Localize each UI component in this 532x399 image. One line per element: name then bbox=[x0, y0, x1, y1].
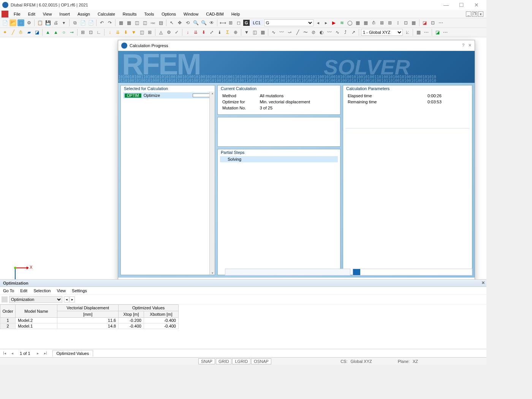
release-icon[interactable]: ⊸ bbox=[68, 29, 75, 36]
cursor-icon[interactable]: ↖ bbox=[168, 19, 175, 26]
dim-icon[interactable]: ⟷ bbox=[219, 19, 226, 26]
panel-menu-edit[interactable]: Edit bbox=[20, 288, 27, 293]
result6-icon[interactable]: ⟟ bbox=[394, 19, 401, 26]
doc-icon[interactable]: 📄 bbox=[87, 19, 94, 26]
load5-icon[interactable]: ◫ bbox=[138, 29, 145, 36]
load4-icon[interactable]: ▼ bbox=[130, 29, 137, 36]
menu-insert[interactable]: Insert bbox=[55, 11, 74, 17]
ortho-icon[interactable]: ∟ bbox=[95, 29, 102, 36]
panel-icon[interactable]: ◫ bbox=[133, 19, 140, 26]
table-row[interactable]: 2 Model.1 14.8 -0.400 -0.400 bbox=[0, 323, 179, 329]
cs-icon[interactable]: ⟀ bbox=[404, 29, 411, 36]
result8-icon[interactable]: ▦ bbox=[410, 19, 417, 26]
gen-icon[interactable]: ⚙ bbox=[165, 29, 172, 36]
node-icon[interactable]: ✦ bbox=[2, 29, 8, 36]
menu-help[interactable]: Help bbox=[228, 11, 244, 17]
minimize-button[interactable]: — bbox=[439, 0, 454, 10]
menu-window[interactable]: Window bbox=[180, 11, 202, 17]
new-icon[interactable]: 📄 bbox=[2, 19, 8, 26]
menu-file[interactable]: File bbox=[10, 11, 24, 17]
paste-icon[interactable]: 📄 bbox=[79, 19, 86, 26]
tab-optimized-values[interactable]: Optimized Values bbox=[52, 350, 93, 356]
menu-cadbim[interactable]: CAD-BIM bbox=[202, 11, 227, 17]
r1-icon[interactable]: ∿ bbox=[270, 29, 277, 36]
box-icon[interactable]: ⊡ bbox=[429, 19, 436, 26]
load3-icon[interactable]: ⬇ bbox=[122, 29, 129, 36]
table-row[interactable]: 1 Model.2 11.6 -0.200 -0.400 bbox=[0, 318, 179, 323]
load6-icon[interactable]: ⊞ bbox=[146, 29, 153, 36]
menu-edit[interactable]: Edit bbox=[24, 11, 39, 17]
panel-menu-view[interactable]: View bbox=[57, 288, 66, 293]
rotate-icon[interactable]: ⟲ bbox=[184, 19, 191, 26]
panel-menu-settings[interactable]: Settings bbox=[72, 288, 87, 293]
list-icon[interactable]: ▤ bbox=[157, 19, 164, 26]
r10-icon[interactable]: ⤴ bbox=[342, 29, 349, 36]
result7-icon[interactable]: ⊡ bbox=[402, 19, 409, 26]
r5-icon[interactable]: 〜 bbox=[302, 29, 309, 36]
menu-view[interactable]: View bbox=[39, 11, 56, 17]
gear-icon[interactable]: ⚙ bbox=[25, 19, 32, 26]
r9-icon[interactable]: ∿ bbox=[334, 29, 341, 36]
check-icon[interactable]: ✓ bbox=[173, 29, 180, 36]
undo-icon[interactable]: ↶ bbox=[98, 19, 105, 26]
menu-results[interactable]: Results bbox=[119, 11, 141, 17]
zoom-icon[interactable]: 🔍 bbox=[192, 19, 199, 26]
mdi-restore-icon[interactable]: ❐ bbox=[472, 11, 477, 17]
clipboard-icon[interactable]: 📋 bbox=[36, 19, 43, 26]
layers-icon[interactable]: ▦ bbox=[415, 29, 422, 36]
line-icon[interactable]: ╱ bbox=[10, 29, 16, 36]
print-icon[interactable]: 🖨 bbox=[52, 19, 59, 26]
mdi-close-icon[interactable]: x bbox=[478, 11, 483, 17]
support1-icon[interactable]: ▲ bbox=[44, 29, 51, 36]
r4-icon[interactable]: ╱ bbox=[294, 29, 301, 36]
cube-icon[interactable]: ◪ bbox=[421, 19, 428, 26]
force2-icon[interactable]: ⇊ bbox=[192, 29, 199, 36]
align-icon[interactable]: ⊞ bbox=[227, 19, 234, 26]
r6-icon[interactable]: ⊘ bbox=[310, 29, 317, 36]
status-grid[interactable]: GRID bbox=[216, 358, 232, 364]
panel-select[interactable]: Optimization bbox=[9, 296, 62, 303]
status-snap[interactable]: SNAP bbox=[198, 358, 215, 364]
nav-prev-icon[interactable]: ◂ bbox=[9, 350, 15, 356]
load2-icon[interactable]: ⇊ bbox=[114, 29, 121, 36]
panel-table-icon[interactable] bbox=[2, 296, 8, 302]
result4-icon[interactable]: ⊠ bbox=[378, 19, 385, 26]
force1-icon[interactable]: ↓ bbox=[184, 29, 191, 36]
surf-icon[interactable]: ▰ bbox=[25, 29, 32, 36]
panel-menu-selection[interactable]: Selection bbox=[33, 288, 51, 293]
mdi-min-icon[interactable]: _ bbox=[466, 11, 471, 17]
result1-icon[interactable]: ▦ bbox=[355, 19, 361, 26]
imp-icon[interactable]: ⤢ bbox=[208, 29, 215, 36]
force3-icon[interactable]: ⬇ bbox=[200, 29, 207, 36]
table-icon[interactable]: ▦ bbox=[117, 19, 124, 26]
temp-icon[interactable]: 🌡 bbox=[216, 29, 223, 36]
save-icon[interactable]: ⬚ bbox=[17, 19, 24, 26]
nav-last-icon[interactable]: ▸I bbox=[43, 350, 49, 356]
render-icon[interactable]: ◪ bbox=[434, 29, 441, 36]
loadcase-select[interactable]: G bbox=[264, 19, 314, 26]
status-osnap[interactable]: OSNAP bbox=[251, 358, 271, 364]
mesh-icon[interactable]: ◬ bbox=[157, 29, 164, 36]
filter-icon[interactable]: ▼ bbox=[243, 29, 250, 36]
result2-icon[interactable]: ▦ bbox=[363, 19, 369, 26]
dialog-close-icon[interactable]: ✕ bbox=[468, 43, 472, 48]
wind-icon[interactable]: ≋ bbox=[339, 19, 345, 26]
sel-scrollbar[interactable]: ▴▾ bbox=[209, 92, 215, 275]
status-lgrid[interactable]: LGRID bbox=[232, 358, 250, 364]
view2-icon[interactable]: ▦ bbox=[259, 29, 266, 36]
env-icon[interactable]: ⊕ bbox=[232, 29, 239, 36]
nav-next-icon[interactable]: ▸ bbox=[35, 350, 41, 356]
r11-icon[interactable]: ↗ bbox=[350, 29, 357, 36]
result5-icon[interactable]: ⊞ bbox=[386, 19, 393, 26]
member-icon[interactable]: ⫛ bbox=[17, 29, 24, 36]
solid-icon[interactable]: ◪ bbox=[33, 29, 40, 36]
table2-icon[interactable]: ▦ bbox=[125, 19, 132, 26]
eye-icon[interactable]: 👁 bbox=[208, 19, 215, 26]
cs-select[interactable]: 1 - Global XYZ bbox=[361, 29, 403, 36]
r2-icon[interactable]: 〰 bbox=[278, 29, 285, 36]
move-icon[interactable]: ✥ bbox=[176, 19, 183, 26]
dialog-help-icon[interactable]: ? bbox=[462, 43, 464, 48]
circle-icon[interactable]: ◯ bbox=[347, 19, 353, 26]
load1-icon[interactable]: ↓ bbox=[106, 29, 113, 36]
dialog-titlebar[interactable]: Calculation Progress ? ✕ bbox=[118, 40, 475, 51]
